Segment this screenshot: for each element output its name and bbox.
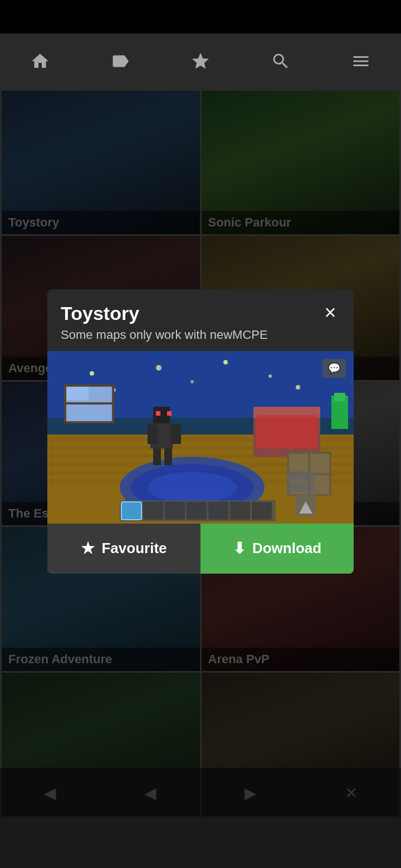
svg-rect-39 <box>310 454 329 473</box>
svg-rect-15 <box>66 387 89 400</box>
svg-rect-38 <box>289 454 308 473</box>
svg-rect-33 <box>164 448 172 465</box>
hud-chat-icon[interactable]: 💬 <box>322 359 346 378</box>
menu-icon[interactable] <box>344 45 378 78</box>
svg-rect-53 <box>287 482 315 492</box>
svg-rect-45 <box>121 502 141 520</box>
svg-point-2 <box>90 371 94 376</box>
download-label: Download <box>252 540 321 557</box>
favourite-label: Favourite <box>101 540 167 557</box>
modal-title: Toystory <box>61 303 340 324</box>
svg-rect-50 <box>230 502 250 520</box>
svg-rect-13 <box>64 384 114 387</box>
svg-rect-36 <box>256 415 317 448</box>
svg-rect-47 <box>165 502 185 520</box>
svg-point-6 <box>223 360 228 364</box>
modal-subtitle: Some maps only work with newMCPE <box>61 328 340 342</box>
navigation-bar <box>0 33 401 89</box>
close-button[interactable]: × <box>318 300 343 325</box>
svg-rect-51 <box>252 502 272 520</box>
svg-rect-12 <box>64 402 114 405</box>
favourite-button[interactable]: ★ Favourite <box>47 524 200 574</box>
modal-header: Toystory Some maps only work with newMCP… <box>47 289 354 351</box>
svg-rect-43 <box>334 393 345 401</box>
svg-rect-46 <box>143 502 163 520</box>
download-icon: ⬇ <box>233 539 246 558</box>
svg-rect-31 <box>171 425 181 444</box>
svg-point-25 <box>148 472 237 503</box>
map-preview-image <box>47 351 354 524</box>
modal-image: 💬 <box>47 351 354 524</box>
svg-point-5 <box>190 380 194 383</box>
tag-icon[interactable] <box>104 45 137 78</box>
svg-rect-28 <box>167 411 172 416</box>
svg-rect-14 <box>64 421 114 423</box>
svg-point-4 <box>156 365 162 371</box>
download-button[interactable]: ⬇ Download <box>200 524 354 574</box>
modal-backdrop: Toystory Some maps only work with newMCP… <box>0 89 401 818</box>
status-bar <box>0 0 401 33</box>
search-icon[interactable] <box>264 45 297 78</box>
svg-rect-49 <box>208 502 228 520</box>
star-filled-icon: ★ <box>81 539 95 558</box>
svg-rect-27 <box>156 411 160 416</box>
home-icon[interactable] <box>23 45 57 78</box>
svg-rect-32 <box>153 448 161 465</box>
svg-rect-48 <box>187 502 207 520</box>
star-icon[interactable] <box>184 45 217 78</box>
modal-dialog: Toystory Some maps only work with newMCP… <box>47 289 354 574</box>
svg-rect-52 <box>287 471 315 481</box>
svg-point-7 <box>268 374 272 378</box>
svg-rect-30 <box>148 425 158 444</box>
modal-actions: ★ Favourite ⬇ Download <box>47 524 354 574</box>
main-content: Toystory Sonic Parkour Avengers Desert T… <box>0 89 401 818</box>
svg-point-8 <box>296 385 300 389</box>
